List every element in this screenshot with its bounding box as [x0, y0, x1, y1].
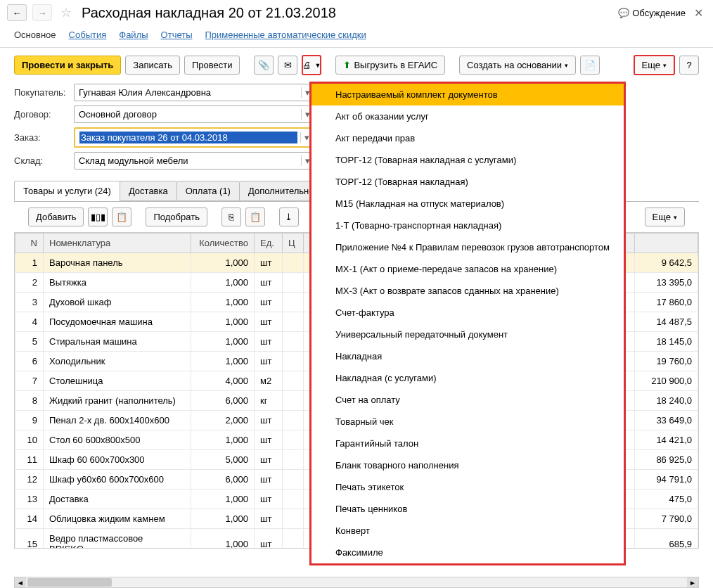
print-menu-item[interactable]: МХ-3 (Акт о возврате запасов сданных на … [311, 280, 624, 302]
print-menu-item[interactable]: Приложение №4 к Правилам перевозок грузо… [311, 236, 624, 258]
barcode-button[interactable]: ▮▯▮ [88, 207, 108, 226]
print-menu-item[interactable]: ТОРГ-12 (Товарная накладная) [311, 171, 624, 193]
help-button[interactable]: ? [679, 56, 699, 75]
add-button[interactable]: Добавить [28, 207, 84, 226]
print-menu-item[interactable]: Гарантийный талон [311, 433, 624, 454]
favorite-icon[interactable]: ☆ [60, 5, 72, 20]
print-menu-item[interactable]: Счет-фактура [311, 302, 624, 324]
tab-events[interactable]: События [69, 30, 107, 40]
col-sum[interactable] [635, 234, 698, 253]
paste-button[interactable]: 📋 [245, 207, 265, 226]
scroll-right-icon[interactable]: ► [687, 577, 698, 587]
order-input[interactable]: Заказ покупателя 26 от 04.03.2018 ▾ ↗ [74, 127, 334, 148]
cell-nom: Холодильник [44, 352, 191, 371]
print-menu-item[interactable]: 1-Т (Товарно-транспортная накладная) [311, 215, 624, 236]
print-menu-item[interactable]: М15 (Накладная на отпуск материалов) [311, 193, 624, 215]
cell-qty: 4,000 [191, 371, 255, 391]
print-menu-item[interactable]: Акт передачи прав [311, 127, 624, 149]
col-unit[interactable]: Ед. [255, 234, 283, 253]
save-button[interactable]: Записать [125, 56, 180, 75]
tab-main[interactable]: Основное [14, 30, 56, 40]
contract-input[interactable]: Основной договор ▾ ↗ [74, 106, 334, 123]
cell-qty: 1,000 [191, 529, 255, 549]
print-menu-item[interactable]: Печать этикеток [311, 476, 624, 498]
print-menu-item[interactable]: Накладная [311, 345, 624, 367]
cell-blank1 [283, 450, 304, 470]
print-menu-item[interactable]: Счет на оплату [311, 389, 624, 411]
discuss-button[interactable]: 💬 Обсуждение [618, 8, 686, 18]
tab-reports[interactable]: Отчеты [161, 30, 193, 40]
warehouse-input[interactable]: Склад модульной мебели ▾ ↗ [74, 152, 334, 170]
print-button[interactable]: 🖨▼ [302, 55, 321, 75]
col-nom[interactable]: Номенклатура [44, 234, 191, 253]
tab-delivery[interactable]: Доставка [120, 181, 177, 201]
col-n[interactable]: N [15, 234, 44, 253]
create-based-button[interactable]: Создать на основании ▾ [459, 56, 576, 75]
tab-payment[interactable]: Оплата (1) [176, 181, 240, 201]
print-menu-item[interactable]: Печать ценников [311, 498, 624, 520]
cell-unit: шт [255, 312, 283, 332]
cell-nom: Ведро пластмассовое BRISKO... [44, 529, 191, 549]
tab-goods[interactable]: Товары и услуги (24) [14, 181, 120, 201]
nav-tabs: Основное События Файлы Отчеты Примененны… [0, 25, 713, 48]
attach-button[interactable]: 📎 [254, 56, 274, 75]
cell-unit: шт [255, 332, 283, 352]
cell-n: 6 [15, 352, 44, 371]
print-menu-item[interactable]: Конверт [311, 520, 624, 542]
cell-nom: Жидкий гранит (наполнитель) [44, 391, 191, 411]
print-menu-item[interactable]: МХ-1 (Акт о приеме-передаче запасов на х… [311, 258, 624, 280]
back-button[interactable]: ← [7, 4, 27, 21]
report-button[interactable]: 📄 [580, 56, 600, 75]
scroll-left-icon[interactable]: ◄ [15, 577, 26, 587]
copy-icon: ⎘ [229, 212, 234, 222]
col-price[interactable]: Ц [283, 234, 304, 253]
fill-button[interactable]: ⤓ [279, 207, 299, 226]
tab-files[interactable]: Файлы [119, 30, 148, 40]
cell-nom: Варочная панель [44, 253, 191, 273]
print-menu-item[interactable]: Бланк товарного наполнения [311, 454, 624, 476]
print-menu-item[interactable]: Факсимиле [311, 542, 624, 563]
cell-sum: 13 395,0 [635, 273, 698, 293]
cell-unit: шт [255, 253, 283, 273]
cell-nom: Пенал 2-х дв. 600х1400х600 [44, 411, 191, 430]
cell-n: 8 [15, 391, 44, 411]
scroll-thumb[interactable] [27, 578, 112, 587]
more-button[interactable]: Еще ▾ [634, 55, 675, 75]
tab-discounts[interactable]: Примененные автоматические скидки [205, 30, 366, 40]
print-menu-item[interactable]: Акт об оказании услуг [311, 106, 624, 127]
post-close-button[interactable]: Провести и закрыть [14, 56, 121, 75]
chat-icon: 💬 [618, 8, 629, 18]
print-menu-item[interactable]: Настраиваемый комплект документов [311, 84, 624, 106]
col-qty[interactable]: Количество [191, 234, 255, 253]
email-button[interactable]: ✉ [278, 56, 297, 75]
forward-button[interactable]: → [32, 4, 52, 21]
buyer-input[interactable]: Гугнавая Юлия Александровна ▾ ↗ [74, 84, 334, 101]
cell-unit: шт [255, 430, 283, 450]
main-toolbar: Провести и закрыть Записать Провести 📎 ✉… [0, 48, 713, 82]
cell-blank1 [283, 509, 304, 529]
upload-egais-button[interactable]: ⬆ Выгрузить в ЕГАИС [335, 56, 445, 75]
cell-qty: 5,000 [191, 450, 255, 470]
create-based-label: Создать на основании [467, 60, 562, 70]
print-menu-item[interactable]: Товарный чек [311, 411, 624, 433]
close-icon[interactable]: ✕ [691, 6, 706, 20]
cell-unit: м2 [255, 371, 283, 391]
post-button[interactable]: Провести [184, 56, 240, 75]
print-menu-item[interactable]: Универсальный передаточный документ [311, 324, 624, 345]
buyer-value: Гугнавая Юлия Александровна [79, 87, 298, 98]
chevron-down-icon: ▼ [314, 62, 321, 69]
scan-button[interactable]: 📋 [112, 207, 131, 226]
attach-icon: 📎 [258, 60, 269, 70]
print-menu-item[interactable]: Накладная (с услугами) [311, 367, 624, 389]
cell-unit: кг [255, 391, 283, 411]
cell-sum: 94 791,0 [635, 470, 698, 490]
horizontal-scrollbar[interactable]: ◄ ► [14, 577, 699, 588]
pick-button[interactable]: Подобрать [146, 207, 207, 226]
order-label: Заказ: [14, 132, 74, 143]
copy-button[interactable]: ⎘ [221, 207, 241, 226]
upload-egais-label: Выгрузить в ЕГАИС [354, 60, 437, 70]
print-menu-item[interactable]: ТОРГ-12 (Товарная накладная с услугами) [311, 149, 624, 171]
print-dropdown-menu: Настраиваемый комплект документовАкт об … [309, 82, 626, 565]
goods-more-button[interactable]: Еще ▾ [645, 207, 685, 226]
cell-n: 3 [15, 293, 44, 312]
